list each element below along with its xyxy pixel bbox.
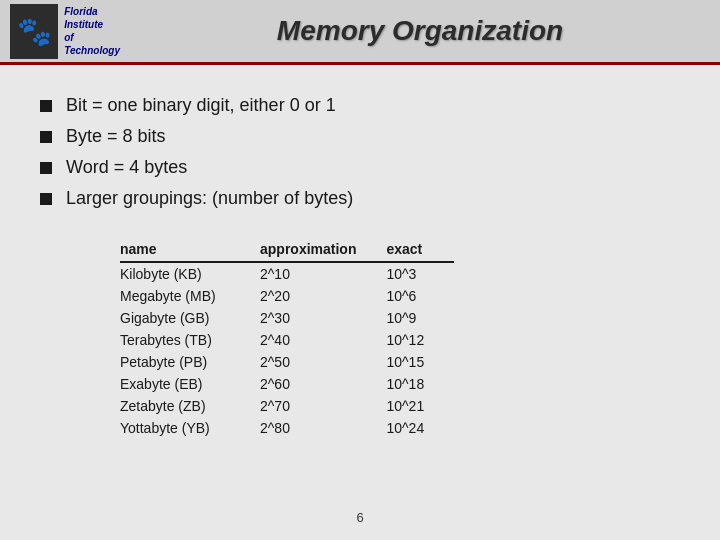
cell-exact: 10^3: [386, 262, 454, 285]
cell-exact: 10^15: [386, 351, 454, 373]
cell-name: Petabyte (PB): [120, 351, 260, 373]
cell-name: Kilobyte (KB): [120, 262, 260, 285]
col-header-exact: exact: [386, 239, 454, 262]
cell-exact: 10^24: [386, 417, 454, 439]
list-item: Byte = 8 bits: [40, 126, 680, 147]
cell-exact: 10^21: [386, 395, 454, 417]
cell-approximation: 2^30: [260, 307, 386, 329]
cell-name: Yottabyte (YB): [120, 417, 260, 439]
bullet-list: Bit = one binary digit, either 0 or 1 By…: [40, 95, 680, 209]
cell-name: Terabytes (TB): [120, 329, 260, 351]
table-body: Kilobyte (KB)2^1010^3Megabyte (MB)2^2010…: [120, 262, 454, 439]
list-item: Bit = one binary digit, either 0 or 1: [40, 95, 680, 116]
logo-animal-icon: 🐾: [17, 15, 52, 48]
list-item: Larger groupings: (number of bytes): [40, 188, 680, 209]
cell-exact: 10^9: [386, 307, 454, 329]
list-item: Word = 4 bytes: [40, 157, 680, 178]
cell-approximation: 2^60: [260, 373, 386, 395]
table-row: Yottabyte (YB)2^8010^24: [120, 417, 454, 439]
cell-exact: 10^6: [386, 285, 454, 307]
bullet-icon: [40, 100, 52, 112]
table-row: Petabyte (PB)2^5010^15: [120, 351, 454, 373]
cell-approximation: 2^20: [260, 285, 386, 307]
bullet-text-word: Word = 4 bytes: [66, 157, 187, 178]
table-row: Exabyte (EB)2^6010^18: [120, 373, 454, 395]
table-header-row: name approximation exact: [120, 239, 454, 262]
cell-approximation: 2^70: [260, 395, 386, 417]
bullet-text-byte: Byte = 8 bits: [66, 126, 166, 147]
table-row: Kilobyte (KB)2^1010^3: [120, 262, 454, 285]
logo-area: 🐾 Florida Instituteof Technology: [10, 4, 130, 59]
memory-table: name approximation exact Kilobyte (KB)2^…: [120, 239, 454, 439]
cell-approximation: 2^10: [260, 262, 386, 285]
cell-name: Gigabyte (GB): [120, 307, 260, 329]
cell-exact: 10^18: [386, 373, 454, 395]
title-area: Memory Organization: [130, 15, 710, 47]
bullet-text-larger: Larger groupings: (number of bytes): [66, 188, 353, 209]
cell-name: Megabyte (MB): [120, 285, 260, 307]
col-header-approximation: approximation: [260, 239, 386, 262]
table-row: Gigabyte (GB)2^3010^9: [120, 307, 454, 329]
cell-name: Zetabyte (ZB): [120, 395, 260, 417]
main-content: Bit = one binary digit, either 0 or 1 By…: [0, 65, 720, 459]
logo-box: 🐾: [10, 4, 58, 59]
page-number: 6: [356, 510, 363, 525]
table-row: Terabytes (TB)2^4010^12: [120, 329, 454, 351]
bullet-text-bit: Bit = one binary digit, either 0 or 1: [66, 95, 336, 116]
cell-name: Exabyte (EB): [120, 373, 260, 395]
table-row: Megabyte (MB)2^2010^6: [120, 285, 454, 307]
bullet-icon: [40, 131, 52, 143]
cell-approximation: 2^50: [260, 351, 386, 373]
cell-approximation: 2^40: [260, 329, 386, 351]
page-title: Memory Organization: [277, 15, 563, 46]
bullet-icon: [40, 162, 52, 174]
col-header-name: name: [120, 239, 260, 262]
logo-text: Florida Instituteof Technology: [64, 5, 130, 57]
header: 🐾 Florida Instituteof Technology Memory …: [0, 0, 720, 65]
table-row: Zetabyte (ZB)2^7010^21: [120, 395, 454, 417]
bullet-icon: [40, 193, 52, 205]
cell-approximation: 2^80: [260, 417, 386, 439]
memory-table-container: name approximation exact Kilobyte (KB)2^…: [120, 239, 680, 439]
cell-exact: 10^12: [386, 329, 454, 351]
